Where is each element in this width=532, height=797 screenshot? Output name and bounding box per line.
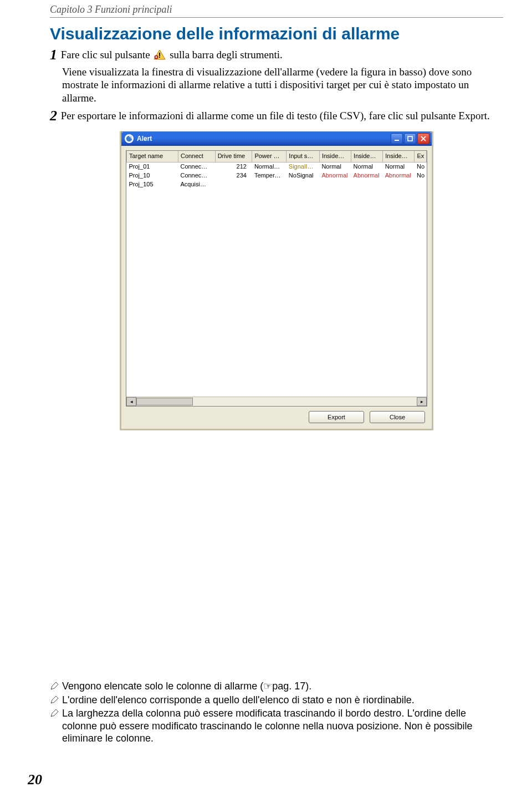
cell: SignalI… [287,163,320,172]
table-row[interactable]: Proj_10 Connec… 234 Temper… NoSignal Abn… [127,171,427,180]
col-inside-2[interactable]: Inside… [351,151,383,163]
step-number: 1 [50,47,57,63]
scroll-right-icon[interactable]: ▸ [417,397,427,406]
cell: Proj_10 [127,171,178,180]
table-row[interactable]: Proj_01 Connec… 212 Normal… SignalI… Nor… [127,163,427,172]
cell: Temper… [252,171,287,180]
cell: 212 [215,163,252,172]
cell [415,180,427,189]
horizontal-scrollbar[interactable]: ◂ ▸ [126,397,427,406]
step-2: 2 Per esportare le informazioni di allar… [50,107,503,125]
step-number: 2 [50,108,57,124]
pencil-icon [50,695,59,704]
col-ex[interactable]: Ex [415,151,427,163]
col-input[interactable]: Input s… [287,151,320,163]
cell [287,180,320,189]
col-power[interactable]: Power … [252,151,287,163]
step-1-text-a: Fare clic sul pulsante [61,49,150,60]
maximize-button[interactable] [404,133,416,144]
note-item: Vengono elencate solo le colonne di alla… [50,680,503,693]
note-text: La larghezza della colonna può essere mo… [62,708,472,744]
svg-point-3 [156,57,157,58]
cell: Normal… [252,163,287,172]
cell: No [415,171,427,180]
app-icon [125,134,134,143]
cell [215,180,252,189]
chapter-heading: Capitolo 3 Funzioni principali [50,3,503,18]
scroll-track[interactable] [136,398,417,405]
export-button[interactable]: Export [309,411,364,423]
step-1-text-b: sulla barra degli strumenti. [170,49,283,60]
col-target[interactable]: Target name [127,151,178,163]
close-dialog-button[interactable]: Close [370,411,425,423]
note-item: L'ordine dell'elenco corrisponde a quell… [50,694,503,707]
minimize-button[interactable] [391,133,403,144]
pencil-icon [50,681,59,690]
alert-window: Alert Target name Connect Drive tim [120,131,433,430]
alert-toolbar-icon [154,49,166,60]
section-title: Visualizzazione delle informazioni di al… [50,23,503,44]
cell: Abnormal [319,171,351,180]
col-inside-1[interactable]: Inside… [319,151,351,163]
step-1: 1 Fare clic sul pulsante sulla barra deg… [50,46,503,64]
cell [383,180,415,189]
page-number: 20 [28,771,42,788]
cell: Abnormal [383,171,415,180]
paragraph-1: Viene visualizzata la finestra di visual… [50,65,503,105]
cell: Normal [351,163,383,172]
note-item: La larghezza della colonna può essere mo… [50,707,503,745]
cell: Abnormal [351,171,383,180]
col-drive[interactable]: Drive time [215,151,252,163]
scroll-thumb[interactable] [136,398,193,405]
svg-rect-6 [408,136,412,141]
cell: Connec… [178,163,215,172]
cell: Proj_105 [127,180,178,189]
svg-rect-0 [159,53,160,56]
cell [351,180,383,189]
cell: Acquisi… [178,180,215,189]
note-text: L'ordine dell'elenco corrisponde a quell… [62,694,415,705]
cell: NoSignal [287,171,320,180]
cell: Normal [383,163,415,172]
alert-table-container: Target name Connect Drive time Power … I… [126,150,427,407]
cell: Normal [319,163,351,172]
cell: Proj_01 [127,163,178,172]
svg-rect-5 [395,140,399,141]
cell: 234 [215,171,252,180]
col-connect[interactable]: Connect [178,151,215,163]
cell [319,180,351,189]
button-row: Export Close [126,407,427,424]
notes: Vengono elencate solo le colonne di alla… [50,680,503,745]
scroll-left-icon[interactable]: ◂ [126,397,136,406]
cell: Connec… [178,171,215,180]
close-button[interactable] [417,133,429,144]
titlebar[interactable]: Alert [121,131,432,146]
pencil-icon [50,708,59,717]
svg-rect-1 [159,57,160,58]
table-row[interactable]: Proj_105 Acquisi… [127,180,427,189]
alert-table[interactable]: Target name Connect Drive time Power … I… [126,151,427,189]
alert-body: Target name Connect Drive time Power … I… [121,146,432,429]
cell: No [415,163,427,172]
window-title: Alert [137,135,390,143]
col-inside-3[interactable]: Inside… [383,151,415,163]
note-text: Vengono elencate solo le colonne di alla… [62,681,311,692]
cell [252,180,287,189]
step-2-text: Per esportare le informazioni di allarme… [61,110,490,121]
